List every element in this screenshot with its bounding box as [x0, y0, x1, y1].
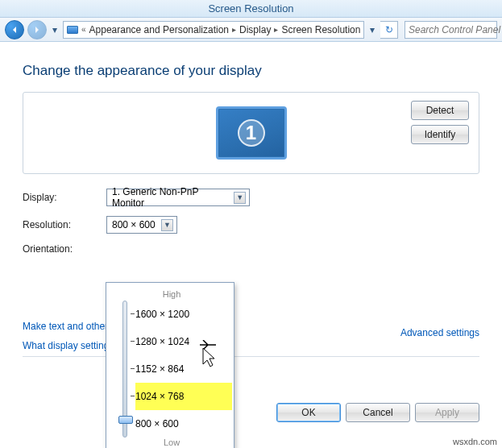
resolution-label: Resolution:: [23, 219, 106, 230]
resolution-slider-thumb[interactable]: [118, 416, 133, 424]
chevron-right-icon: ▸: [230, 25, 238, 34]
page-title: Change the appearance of your display: [23, 63, 479, 79]
ok-button[interactable]: OK: [276, 403, 341, 422]
display-label: Display:: [23, 192, 106, 203]
dialog-buttons: OK Cancel Apply: [276, 403, 479, 422]
chevron-right-icon: ▸: [272, 25, 280, 34]
refresh-button[interactable]: ↻: [380, 21, 398, 39]
breadcrumb-item[interactable]: Appearance and Personalization: [89, 24, 229, 35]
slider-low-label: Low: [114, 438, 229, 447]
breadcrumb-item[interactable]: Screen Resolution: [281, 24, 360, 35]
advanced-settings-link[interactable]: Advanced settings: [400, 327, 479, 338]
window-title: Screen Resolution: [0, 0, 502, 18]
display-dropdown[interactable]: 1. Generic Non-PnP Monitor ▼: [106, 189, 250, 206]
display-preview: Detect Identify 1: [23, 92, 479, 174]
chevron-left-icon: «: [80, 25, 88, 34]
display-value: 1. Generic Non-PnP Monitor: [112, 186, 229, 209]
watermark: wsxdn.com: [453, 437, 497, 446]
nav-history-dropdown[interactable]: ▾: [50, 24, 60, 35]
breadcrumb-item[interactable]: Display: [239, 24, 271, 35]
slider-high-label: High: [114, 289, 229, 299]
search-input[interactable]: [409, 24, 502, 35]
nav-forward-button[interactable]: [27, 20, 47, 39]
apply-button[interactable]: Apply: [415, 403, 479, 422]
breadcrumb-dropdown[interactable]: ▾: [367, 24, 377, 35]
divider: [23, 356, 479, 357]
breadcrumb: « Appearance and Personalization ▸ Displ…: [63, 21, 364, 39]
identify-button[interactable]: Identify: [411, 125, 469, 144]
search-box[interactable]: [405, 21, 497, 39]
resolution-option[interactable]: 800 × 600: [135, 410, 232, 438]
chevron-down-icon: ▼: [234, 192, 246, 204]
resolution-dropdown[interactable]: 800 × 600 ▼: [106, 216, 177, 234]
resolution-value: 800 × 600: [112, 219, 156, 230]
orientation-label: Orientation:: [23, 243, 106, 255]
cancel-button[interactable]: Cancel: [346, 403, 410, 422]
chevron-down-icon: ▼: [161, 219, 173, 231]
detect-button[interactable]: Detect: [411, 101, 469, 120]
monitor-number: 1: [238, 119, 265, 147]
resolution-option-highlighted[interactable]: 1024 × 768: [135, 383, 232, 410]
main-panel: Change the appearance of your display De…: [0, 42, 502, 433]
mouse-cursor-icon: [198, 340, 221, 367]
monitor-thumbnail[interactable]: 1: [216, 106, 287, 160]
nav-back-button[interactable]: [5, 20, 24, 39]
resolution-slider-track[interactable]: [122, 301, 127, 438]
address-bar: ▾ « Appearance and Personalization ▸ Dis…: [0, 18, 502, 42]
resolution-option[interactable]: 1600 × 1200: [135, 301, 232, 328]
link-display-settings[interactable]: What display setting: [23, 340, 479, 351]
control-panel-icon: [67, 23, 78, 36]
